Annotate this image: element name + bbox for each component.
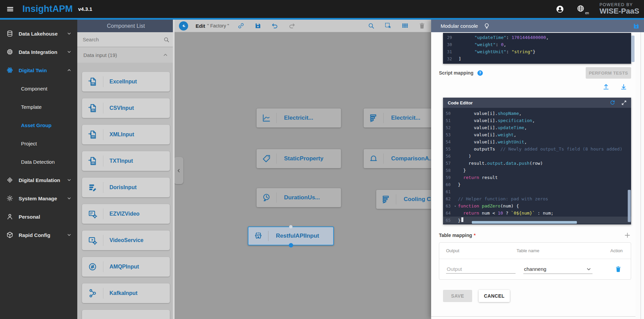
component-item-amqpinput[interactable]: AMQPInput: [82, 257, 170, 277]
table-mapping-row: Table mapping *: [439, 232, 631, 239]
sidebar-item-personal[interactable]: Personal: [0, 207, 77, 226]
code-line-63: 63▾function padZero(num) {: [443, 202, 631, 210]
sidebar-subitem-label: Data Detection: [21, 159, 55, 165]
line-number: 30: [443, 42, 453, 47]
code-line-54: 54 value[i].weightUnit,: [443, 138, 631, 145]
chevron-left-icon: [176, 168, 182, 174]
link-icon[interactable]: [237, 22, 245, 29]
code-text: value[i].weight,: [458, 132, 516, 137]
account-icon[interactable]: [556, 5, 564, 14]
node-input-handle[interactable]: [289, 225, 293, 228]
script-mapping-row: Script mapping ? PERFORM TESTS: [439, 67, 631, 79]
canvas-search-icon[interactable]: [367, 22, 375, 29]
node-label: RestfulAPIInput: [276, 233, 319, 239]
sidebar-subitem-template[interactable]: Template: [0, 98, 77, 116]
doc-xml-icon: XML: [87, 129, 98, 140]
line-number: 51: [443, 118, 452, 123]
component-item-kafkainput[interactable]: KafkaInput: [82, 283, 170, 303]
chev-down-icon: [66, 177, 72, 183]
marquee-select-icon[interactable]: [384, 22, 392, 29]
canvas-node-durationus[interactable]: DurationUs...: [257, 188, 341, 207]
console-save-icon[interactable]: [632, 22, 640, 30]
sidebar-item-data-integration[interactable]: Data Integration: [0, 43, 77, 61]
sidebar-subitem-asset-group[interactable]: Asset Group: [0, 116, 77, 134]
doris-icon: [87, 182, 98, 193]
code-preview[interactable]: 29 "updateTime": 1701446400000,30 "weigh…: [443, 33, 631, 64]
node-divider: [276, 193, 277, 203]
svg-text:API: API: [257, 234, 260, 236]
preview-scrollbar[interactable]: [631, 36, 635, 62]
component-item-dorisinput[interactable]: DorisInput: [82, 178, 170, 197]
code-line-29: 29 "updateTime": 1701446400000,: [443, 34, 631, 41]
bell-icon: [368, 154, 379, 164]
component-item-videoservice[interactable]: VideoService: [82, 231, 170, 250]
component-item-label: XMLInput: [109, 132, 134, 138]
sidebar-subitem-project[interactable]: Project: [0, 134, 77, 153]
canvas-node-electricit[interactable]: Electricit...: [257, 108, 341, 127]
perform-tests-button[interactable]: PERFORM TESTS: [586, 67, 631, 79]
canvas-node-staticproperty[interactable]: StaticProperty: [257, 149, 341, 168]
component-section-header[interactable]: Data input (19): [77, 47, 175, 63]
component-item-excelinput[interactable]: ExcelExcelInput: [82, 72, 170, 92]
refresh-icon[interactable]: [609, 100, 616, 106]
component-item-csvinput[interactable]: CSVCSVInput: [82, 98, 170, 118]
table-name-value: channeng: [524, 266, 546, 272]
table-name-select[interactable]: channeng: [523, 265, 592, 274]
undo-icon[interactable]: [271, 22, 279, 29]
modular-console-panel: Modular console 29 "updateTime": 1701446…: [431, 20, 644, 319]
code-line-31: 31 "weightUnit": "string"}: [443, 48, 631, 55]
node-output-handle[interactable]: [289, 243, 293, 247]
back-button[interactable]: [179, 21, 188, 31]
editor-horizontal-scrollbar[interactable]: [472, 221, 577, 224]
sidebar-item-digital-twin[interactable]: Digital Twin: [0, 61, 77, 79]
canvas-node-restfulapiinput[interactable]: APIRestfulAPIInput: [248, 226, 334, 245]
api-icon: API: [253, 231, 263, 241]
sidebar-item-rapid-config[interactable]: Rapid Config: [0, 226, 77, 244]
chip-icon: [6, 48, 14, 56]
grid-icon[interactable]: [401, 22, 409, 29]
fullscreen-icon[interactable]: [621, 100, 627, 106]
table-header: Output Table name Action: [439, 243, 631, 259]
code-line-59: 59 return result: [443, 174, 631, 181]
lightbulb-icon[interactable]: [483, 23, 490, 29]
node-label: StaticProperty: [284, 155, 323, 162]
component-item-txtinput[interactable]: TXTTXTInput: [82, 151, 170, 171]
download-icon[interactable]: [620, 83, 627, 91]
code-text: "weightUnit": "string"}: [453, 49, 536, 54]
language-switcher[interactable]: en: [577, 4, 585, 14]
component-item-xmlinput[interactable]: XMLXMLInput: [82, 125, 170, 144]
sidebar-item-digital-emulation[interactable]: Digital Emulation: [0, 171, 77, 189]
component-list: ExcelExcelInputCSVCSVInputXMLXMLInputTXT…: [77, 63, 175, 319]
node-label: Electricit...: [391, 115, 420, 121]
code-editor-body[interactable]: 50 value[i].shopName,51 value[i].specifi…: [443, 108, 631, 224]
sidebar-item-system-manage[interactable]: System Manage: [0, 189, 77, 207]
sidebar-subitem-component[interactable]: Component: [0, 79, 77, 98]
cancel-button[interactable]: CANCEL: [479, 290, 510, 302]
sidebar-item-label: System Manage: [19, 196, 66, 201]
collapse-panel-tab[interactable]: [174, 157, 183, 184]
component-item-partial[interactable]: [82, 310, 170, 319]
menu-icon[interactable]: [6, 5, 14, 13]
component-item-label: EZVIZVideo: [109, 211, 140, 217]
sidebar-item-data-lakehouse[interactable]: Data Lakehouse: [0, 24, 77, 43]
save-diagram-icon[interactable]: [254, 22, 262, 29]
sidebar-item-label: Digital Twin: [19, 67, 66, 73]
card-divider: [103, 208, 103, 219]
app-logo[interactable]: InsightAPM: [22, 4, 73, 14]
output-input[interactable]: [446, 265, 516, 274]
redo-icon[interactable]: [288, 22, 296, 29]
add-row-icon[interactable]: [624, 232, 631, 239]
delete-row-icon[interactable]: [615, 265, 622, 273]
person-icon: [6, 213, 14, 220]
delete-icon[interactable]: [418, 22, 426, 29]
card-divider: [103, 129, 103, 140]
component-item-ezvizvideo[interactable]: EZVIZVideo: [82, 204, 170, 224]
editor-vertical-scrollbar[interactable]: [628, 190, 631, 222]
sidebar-subitem-data-detection[interactable]: Data Detection: [0, 153, 77, 171]
card-divider: [103, 76, 103, 87]
search-input[interactable]: [82, 36, 163, 43]
node-divider: [276, 154, 277, 164]
upload-icon[interactable]: [602, 83, 610, 91]
save-button[interactable]: SAVE: [443, 290, 472, 302]
help-icon[interactable]: ?: [477, 70, 483, 76]
